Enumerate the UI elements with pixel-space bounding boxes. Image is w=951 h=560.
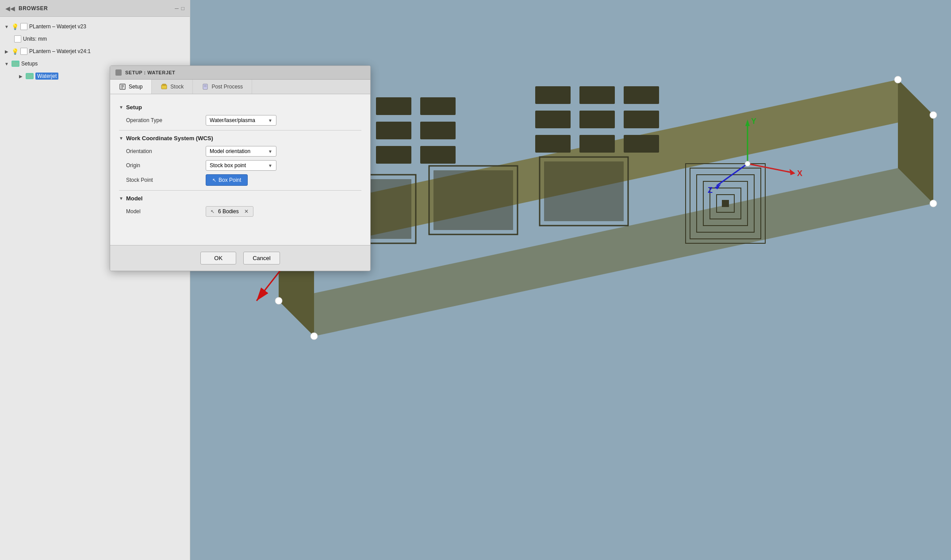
tab-stock[interactable]: Stock bbox=[152, 80, 193, 94]
model-row: Model ↖ 6 Bodies ✕ bbox=[119, 206, 361, 217]
svg-rect-25 bbox=[376, 146, 411, 164]
waterjet-label: Waterjet bbox=[35, 73, 58, 80]
svg-rect-34 bbox=[579, 135, 615, 153]
dropdown-arrow-orientation: ▼ bbox=[268, 149, 272, 154]
svg-rect-41 bbox=[544, 161, 624, 221]
box-point-button[interactable]: ↖ Box Point bbox=[206, 174, 248, 186]
dialog-footer: OK Cancel bbox=[110, 245, 370, 271]
model-section-toggle[interactable]: ▼ bbox=[119, 196, 123, 201]
model-clear-button[interactable]: ✕ bbox=[244, 208, 249, 215]
svg-rect-2 bbox=[27, 75, 33, 78]
bulb-icon-v24: 💡 bbox=[12, 48, 19, 55]
svg-rect-33 bbox=[535, 135, 571, 153]
origin-control: Stock box point ▼ bbox=[206, 160, 276, 171]
post-process-tab-icon bbox=[202, 83, 209, 90]
stock-point-label: Stock Point bbox=[126, 177, 206, 183]
tree-toggle-waterjet[interactable]: ▶ bbox=[18, 73, 24, 79]
setup-section-title: Setup bbox=[126, 104, 142, 111]
svg-rect-39 bbox=[433, 170, 513, 230]
stock-tab-icon bbox=[161, 83, 168, 90]
orientation-row: Orientation Model orientation ▼ bbox=[119, 146, 361, 157]
svg-rect-48 bbox=[722, 200, 729, 207]
cancel-button[interactable]: Cancel bbox=[243, 252, 280, 265]
svg-rect-31 bbox=[579, 111, 615, 128]
svg-rect-29 bbox=[624, 86, 659, 104]
svg-rect-35 bbox=[624, 135, 659, 153]
dialog-title: SETUP : WATERJET bbox=[125, 70, 175, 75]
minimize-icon[interactable]: ─ bbox=[175, 5, 179, 12]
wcs-section-title: Work Coordinate System (WCS) bbox=[126, 135, 213, 142]
section-divider-1 bbox=[119, 130, 361, 130]
model-bodies-value: 6 Bodies bbox=[218, 208, 239, 215]
v24-label: PLantern – Waterjet v24:1 bbox=[29, 48, 91, 54]
dialog-tabs: Setup Stock Post Process bbox=[110, 80, 370, 94]
window-controls: ─ □ bbox=[175, 5, 184, 12]
model-cursor-icon: ↖ bbox=[211, 209, 215, 215]
dialog-titlebar: SETUP : WATERJET bbox=[110, 66, 370, 80]
back-icon[interactable]: ◀◀ bbox=[5, 5, 15, 12]
operation-type-control: Water/laser/plasma ▼ bbox=[206, 115, 276, 126]
tree-toggle[interactable]: ▼ bbox=[4, 23, 10, 30]
setup-tab-icon bbox=[119, 83, 126, 90]
svg-rect-23 bbox=[420, 122, 456, 139]
file-icon-v24 bbox=[20, 48, 27, 55]
box-point-label: Box Point bbox=[219, 177, 241, 183]
svg-rect-28 bbox=[579, 86, 615, 104]
operation-type-row: Operation Type Water/laser/plasma ▼ bbox=[119, 115, 361, 126]
dialog-body: ▼ Setup Operation Type Water/laser/plasm… bbox=[110, 94, 370, 245]
svg-rect-1 bbox=[12, 61, 15, 63]
tab-setup-label: Setup bbox=[129, 84, 142, 90]
ok-button[interactable]: OK bbox=[200, 252, 236, 265]
setup-dialog: SETUP : WATERJET Setup Stock bbox=[110, 65, 371, 271]
tab-setup[interactable]: Setup bbox=[110, 80, 152, 94]
tab-post-label: Post Process bbox=[211, 84, 243, 90]
resize-icon[interactable]: □ bbox=[181, 5, 184, 12]
folder-icon-waterjet bbox=[26, 73, 34, 79]
svg-rect-20 bbox=[420, 97, 456, 115]
tree-toggle-v24[interactable]: ▶ bbox=[4, 48, 10, 54]
operation-type-dropdown[interactable]: Water/laser/plasma ▼ bbox=[206, 115, 276, 126]
svg-point-53 bbox=[275, 297, 282, 304]
svg-rect-9 bbox=[162, 84, 166, 85]
origin-value: Stock box point bbox=[210, 162, 246, 169]
svg-rect-30 bbox=[535, 111, 571, 128]
setups-label: Setups bbox=[21, 61, 38, 67]
tree-toggle-setups[interactable]: ▼ bbox=[4, 61, 10, 67]
setup-section-header: ▼ Setup bbox=[119, 104, 361, 111]
operation-type-value: Water/laser/plasma bbox=[210, 117, 255, 123]
file-icon bbox=[20, 23, 27, 30]
stock-point-row: Stock Point ↖ Box Point bbox=[119, 174, 361, 186]
svg-rect-32 bbox=[624, 111, 659, 128]
dropdown-arrow-origin: ▼ bbox=[268, 163, 272, 168]
svg-text:X: X bbox=[797, 169, 802, 178]
dropdown-arrow-operation: ▼ bbox=[268, 118, 272, 123]
model-section-header: ▼ Model bbox=[119, 195, 361, 202]
tree-label: PLantern – Waterjet v23 bbox=[29, 23, 86, 30]
bulb-icon: 💡 bbox=[12, 23, 19, 30]
svg-point-51 bbox=[930, 111, 937, 119]
wcs-section-header: ▼ Work Coordinate System (WCS) bbox=[119, 135, 361, 142]
setup-section-toggle[interactable]: ▼ bbox=[119, 105, 123, 110]
tree-item-root[interactable]: ▼ 💡 PLantern – Waterjet v23 bbox=[0, 20, 190, 33]
origin-dropdown[interactable]: Stock box point ▼ bbox=[206, 160, 276, 171]
wcs-section-toggle[interactable]: ▼ bbox=[119, 136, 123, 141]
origin-label: Origin bbox=[126, 162, 206, 169]
units-label: Units: mm bbox=[23, 36, 47, 42]
svg-point-54 bbox=[311, 333, 318, 340]
svg-rect-3 bbox=[27, 74, 29, 75]
tree-item-units[interactable]: Units: mm bbox=[0, 33, 190, 45]
svg-point-55 bbox=[930, 200, 937, 207]
tree-item-v24[interactable]: ▶ 💡 PLantern – Waterjet v24:1 bbox=[0, 45, 190, 58]
orientation-label: Orientation bbox=[126, 148, 206, 154]
svg-rect-22 bbox=[376, 122, 411, 139]
tab-post-process[interactable]: Post Process bbox=[193, 80, 252, 94]
orientation-dropdown[interactable]: Model orientation ▼ bbox=[206, 146, 276, 157]
svg-rect-0 bbox=[12, 62, 19, 66]
section-divider-2 bbox=[119, 190, 361, 191]
svg-text:Z: Z bbox=[708, 186, 713, 195]
svg-rect-26 bbox=[420, 146, 456, 164]
svg-rect-27 bbox=[535, 86, 571, 104]
browser-title: BROWSER bbox=[19, 5, 48, 12]
origin-row: Origin Stock box point ▼ bbox=[119, 160, 361, 171]
folder-icon-setups bbox=[12, 61, 19, 67]
